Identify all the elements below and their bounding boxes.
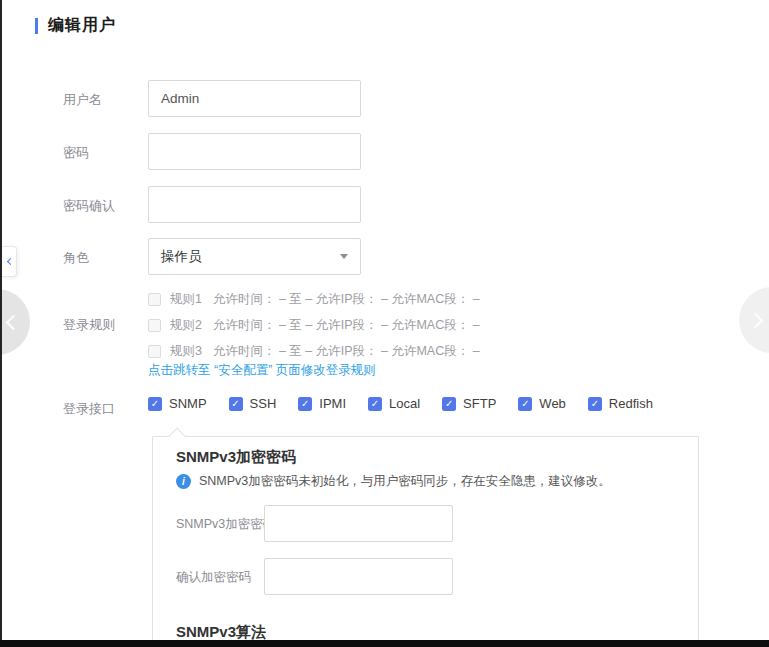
role-row: 角色 操作员 <box>0 238 769 275</box>
window-bottom-bar <box>0 640 769 647</box>
check-icon: ✓ <box>591 399 599 409</box>
interface-option-ipmi[interactable]: ✓ IPMI <box>298 396 346 411</box>
check-icon: ✓ <box>301 399 309 409</box>
role-selected-value: 操作员 <box>161 248 202 266</box>
rule3-checkbox[interactable] <box>148 345 161 358</box>
rule3-name: 规则3 <box>170 343 202 360</box>
login-rules-label: 登录规则 <box>63 316 115 334</box>
password-confirm-row: 密码确认 <box>0 186 769 223</box>
snmpv3-panel-title: SNMPv3加密密码 <box>176 448 296 467</box>
login-interfaces-row: ✓ SNMP ✓ SSH ✓ IPMI ✓ Local ✓ SFTP ✓ Web… <box>148 396 653 411</box>
chevron-right-icon <box>748 312 764 328</box>
sftp-checkbox[interactable]: ✓ <box>442 397 456 411</box>
redfish-checkbox[interactable]: ✓ <box>588 397 602 411</box>
snmpv3-confirm-input[interactable] <box>264 558 453 595</box>
login-interfaces-label: 登录接口 <box>63 400 115 418</box>
interface-option-redfish[interactable]: ✓ Redfish <box>588 396 653 411</box>
check-icon: ✓ <box>231 399 239 409</box>
ssh-checkbox[interactable]: ✓ <box>229 397 243 411</box>
snmpv3-notice: i SNMPv3加密密码未初始化，与用户密码同步，存在安全隐患，建议修改。 <box>176 473 611 490</box>
username-label: 用户名 <box>63 91 102 109</box>
rule2-checkbox[interactable] <box>148 319 161 332</box>
snmpv3-password-input[interactable] <box>264 505 453 542</box>
interface-option-snmp[interactable]: ✓ SNMP <box>148 396 207 411</box>
rule2-name: 规则2 <box>170 317 202 334</box>
chevron-left-icon <box>6 314 22 330</box>
password-label: 密码 <box>63 144 89 162</box>
username-row: 用户名 <box>0 80 769 117</box>
carousel-next-button[interactable] <box>739 287 769 353</box>
snmpv3-panel: SNMPv3加密密码 i SNMPv3加密密码未初始化，与用户密码同步，存在安全… <box>152 436 699 647</box>
rule2-detail: 允许时间： – 至 – 允许IP段： – 允许MAC段： – <box>213 317 480 334</box>
role-select[interactable]: 操作员 <box>148 238 361 275</box>
web-checkbox[interactable]: ✓ <box>518 397 532 411</box>
rule3-detail: 允许时间： – 至 – 允许IP段： – 允许MAC段： – <box>213 343 480 360</box>
popover-caret <box>169 428 186 445</box>
rule1-name: 规则1 <box>170 291 202 308</box>
interface-option-ssh[interactable]: ✓ SSH <box>229 396 277 411</box>
interface-option-local[interactable]: ✓ Local <box>368 396 420 411</box>
edit-user-page: 编辑用户 用户名 密码 密码确认 角色 操作员 登录规则 规则1 允许时间： –… <box>0 0 769 647</box>
interface-option-web[interactable]: ✓ Web <box>518 396 566 411</box>
page-title: 编辑用户 <box>48 15 116 36</box>
window-left-border <box>0 0 2 647</box>
password-input[interactable] <box>148 133 361 170</box>
sidebar-collapse-tab[interactable] <box>2 246 17 277</box>
ipmi-checkbox[interactable]: ✓ <box>298 397 312 411</box>
check-icon: ✓ <box>445 399 453 409</box>
snmpv3-notice-text: SNMPv3加密密码未初始化，与用户密码同步，存在安全隐患，建议修改。 <box>199 473 611 490</box>
security-config-link[interactable]: 点击跳转至 “安全配置” 页面修改登录规则 <box>148 362 376 379</box>
snmpv3-confirm-label: 确认加密密码 <box>176 569 251 586</box>
chevron-down-icon <box>340 254 348 259</box>
username-input[interactable] <box>148 80 361 117</box>
title-accent-bar <box>35 18 38 34</box>
chevron-left-icon <box>6 258 13 265</box>
password-confirm-label: 密码确认 <box>63 197 115 215</box>
check-icon: ✓ <box>521 399 529 409</box>
role-label: 角色 <box>63 249 89 267</box>
rule1-detail: 允许时间： – 至 – 允许IP段： – 允许MAC段： – <box>213 291 480 308</box>
snmp-checkbox[interactable]: ✓ <box>148 397 162 411</box>
password-confirm-input[interactable] <box>148 186 361 223</box>
info-icon: i <box>176 474 191 489</box>
carousel-prev-button[interactable] <box>0 289 30 355</box>
login-rule-row-1: 规则1 允许时间： – 至 – 允许IP段： – 允许MAC段： – <box>148 290 480 308</box>
rule1-checkbox[interactable] <box>148 293 161 306</box>
snmpv3-password-label: SNMPv3加密密码 <box>176 516 275 533</box>
page-header: 编辑用户 <box>35 15 116 36</box>
check-icon: ✓ <box>151 399 159 409</box>
local-checkbox[interactable]: ✓ <box>368 397 382 411</box>
login-rule-row-3: 规则3 允许时间： – 至 – 允许IP段： – 允许MAC段： – <box>148 342 480 360</box>
login-rule-row-2: 规则2 允许时间： – 至 – 允许IP段： – 允许MAC段： – <box>148 316 480 334</box>
interface-option-sftp[interactable]: ✓ SFTP <box>442 396 496 411</box>
check-icon: ✓ <box>371 399 379 409</box>
password-row: 密码 <box>0 133 769 170</box>
